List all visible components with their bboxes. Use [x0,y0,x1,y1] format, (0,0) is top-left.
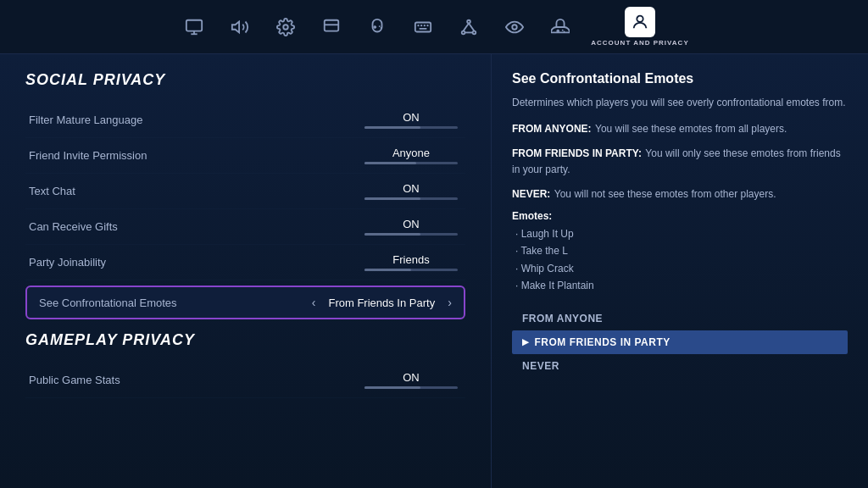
detail-section-never: NEVER: You will not see these emotes fro… [512,186,848,202]
filter-mature-language-label: Filter Mature Language [29,114,142,126]
svg-point-9 [379,25,381,27]
settings-nav-icon[interactable] [270,12,301,42]
friend-invite-permission-row[interactable]: Friend Invite Permission Anyone [25,138,465,174]
detail-description: Determines which players you will see ov… [512,95,848,110]
emotes-right-arrow[interactable]: › [448,296,452,309]
account-nav-group[interactable]: ACCOUNT AND PRIVACY [591,7,688,47]
svg-point-19 [473,30,476,34]
emote-item-1: · Take the L [515,242,848,259]
never-title: NEVER: [512,188,550,200]
controller-nav-icon[interactable] [362,12,392,42]
friend-invite-permission-value: Anyone [392,147,430,159]
right-panel: See Confrontational Emotes Determines wh… [492,54,868,488]
account-nav-label: ACCOUNT AND PRIVACY [591,39,688,47]
svg-point-17 [467,19,470,23]
gamepad-nav-icon[interactable] [545,12,576,42]
public-game-stats-label: Public Game Stats [29,374,120,386]
svg-point-28 [637,16,643,22]
detail-title: See Confrontational Emotes [512,71,848,86]
party-joinability-value-group: Friends [360,253,462,271]
text-chat-value: ON [403,182,420,195]
option-from-anyone[interactable]: FROM ANYONE [512,307,848,330]
emotes-section: Emotes: · Laugh It Up · Take the L · Whi… [512,210,848,295]
nav-wrapper: ACCOUNT AND PRIVACY [17,7,851,47]
emotes-left-arrow[interactable]: ‹ [312,296,316,309]
detail-section-from-friends: FROM FRIENDS IN PARTY: You will only see… [512,145,848,177]
party-joinability-slider[interactable] [364,269,458,271]
can-receive-gifts-label: Can Receive Gifts [29,220,118,233]
audio-nav-icon[interactable] [225,12,255,42]
friend-invite-permission-value-group: Anyone [360,147,462,164]
account-nav-icon[interactable] [625,7,655,37]
option-never[interactable]: NEVER [512,354,848,378]
text-chat-label: Text Chat [29,185,75,197]
emote-item-3: · Make It Plantain [515,277,848,294]
main-content: SOCIAL PRIVACY Filter Mature Language ON… [0,54,868,488]
public-game-stats-slider[interactable] [364,386,458,389]
gameplay-privacy-title: GAMEPLAY PRIVACY [25,331,465,349]
svg-marker-3 [232,21,239,32]
from-friends-title: FROM FRIENDS IN PARTY: [512,147,642,159]
from-anyone-title: FROM ANYONE: [512,123,592,135]
svg-point-4 [284,25,289,30]
emotes-arrow-group: ‹ From Friends In Party › [312,296,452,309]
display-nav-icon[interactable] [179,12,209,42]
see-confrontational-emotes-row[interactable]: See Confrontational Emotes ‹ From Friend… [25,286,465,319]
party-joinability-label: Party Joinability [29,256,106,269]
text-chat-value-group: ON [360,182,462,200]
emotes-label: Emotes: [512,210,848,222]
never-text: You will not see these emotes from other… [554,188,776,200]
text-chat-row[interactable]: Text Chat ON [25,174,465,209]
accessibility-nav-icon[interactable] [316,12,347,42]
can-receive-gifts-value-group: ON [360,218,462,236]
filter-mature-language-value: ON [403,111,420,124]
emotes-list: · Laugh It Up · Take the L · Whip Crack … [515,225,848,295]
party-joinability-value: Friends [392,253,429,266]
filter-mature-language-value-group: ON [360,111,462,129]
can-receive-gifts-row[interactable]: Can Receive Gifts ON [25,209,465,245]
detail-section-from-anyone: FROM ANYONE: You will see these emotes f… [512,120,848,136]
top-nav: ACCOUNT AND PRIVACY [0,0,868,54]
svg-point-26 [562,29,564,30]
svg-point-27 [564,30,565,32]
filter-mature-language-row[interactable]: Filter Mature Language ON [25,103,465,138]
text-chat-slider[interactable] [364,197,458,200]
public-game-stats-value-group: ON [360,371,462,389]
svg-line-20 [464,23,469,30]
svg-rect-11 [415,22,431,31]
emotes-selected-value: From Friends In Party [322,297,441,309]
can-receive-gifts-value: ON [403,218,420,230]
public-game-stats-row[interactable]: Public Game Stats ON [25,363,465,398]
social-privacy-title: SOCIAL PRIVACY [25,71,465,89]
option-list: FROM ANYONE FROM FRIENDS IN PARTY NEVER [512,307,848,378]
keyboard-nav-icon[interactable] [408,12,438,42]
filter-mature-language-slider[interactable] [364,126,458,129]
network-nav-icon[interactable] [453,12,484,42]
can-receive-gifts-slider[interactable] [364,233,458,236]
party-joinability-row[interactable]: Party Joinability Friends [25,245,465,280]
camera-nav-icon[interactable] [499,12,530,42]
svg-line-21 [469,23,474,30]
public-game-stats-value: ON [403,371,420,384]
svg-rect-0 [186,19,202,30]
see-confrontational-emotes-label: See Confrontational Emotes [39,297,177,309]
option-from-friends-in-party[interactable]: FROM FRIENDS IN PARTY [512,330,848,354]
emote-item-0: · Laugh It Up [515,225,848,242]
svg-point-23 [513,25,518,30]
friend-invite-permission-label: Friend Invite Permission [29,149,147,162]
left-panel: SOCIAL PRIVACY Filter Mature Language ON… [0,54,492,488]
emote-item-2: · Whip Crack [515,260,848,277]
svg-point-18 [462,30,465,34]
svg-point-10 [381,27,382,29]
from-anyone-text: You will see these emotes from all playe… [595,123,787,135]
friend-invite-permission-slider[interactable] [364,162,458,164]
